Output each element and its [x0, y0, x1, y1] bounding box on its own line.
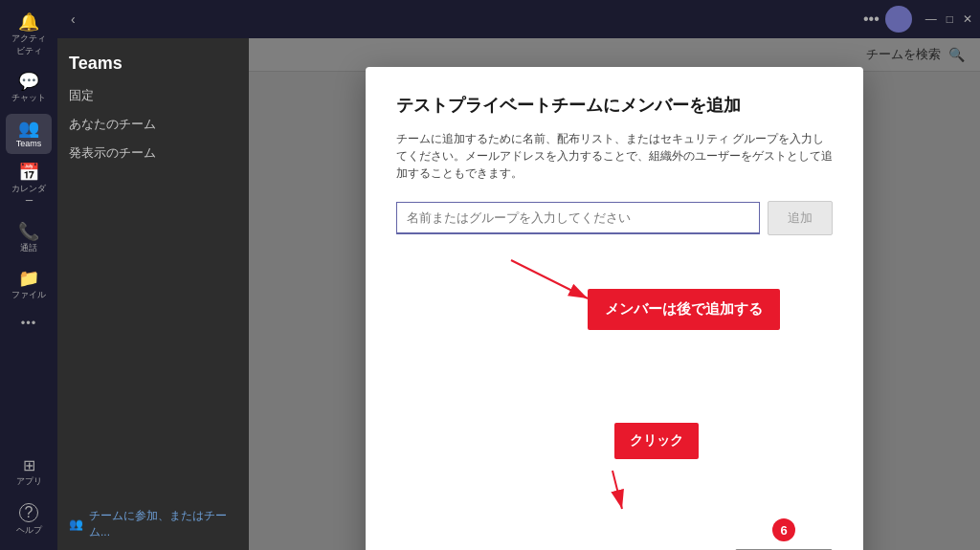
- join-team-icon: 👥: [69, 517, 83, 531]
- help-icon: ?: [19, 503, 38, 522]
- dialog-description: チームに追加するために名前、配布リスト、またはセキュリティ グループを入力してく…: [396, 130, 833, 182]
- teams-icon: 👥: [18, 120, 39, 137]
- teams-section-pinned[interactable]: 固定: [57, 81, 249, 110]
- sidebar-label-help: ヘルプ: [16, 524, 42, 537]
- member-input[interactable]: [396, 202, 760, 234]
- close-button[interactable]: ✕: [963, 12, 972, 26]
- dialog-footer: クリック: [396, 518, 833, 550]
- dialog-input-row: 追加: [396, 201, 833, 235]
- window-controls: — □ ✕: [925, 12, 972, 26]
- sidebar: 🔔 アクティビティ 💬 チャット 👥 Teams 📅 カレンダー 📞 通話 📁 …: [0, 0, 57, 550]
- sidebar-bottom: ⊞ アプリ ? ヘルプ: [6, 452, 52, 542]
- apps-icon: ⊞: [23, 458, 35, 473]
- sidebar-item-teams[interactable]: 👥 Teams: [6, 114, 52, 154]
- sidebar-item-calendar[interactable]: 📅 カレンダー: [6, 158, 52, 213]
- click-arrow-svg: [565, 461, 660, 518]
- sidebar-item-chat[interactable]: 💬 チャット: [6, 67, 52, 110]
- sidebar-label-teams: Teams: [16, 139, 42, 148]
- back-button[interactable]: ‹: [65, 8, 81, 31]
- sidebar-item-apps[interactable]: ⊞ アプリ: [6, 452, 52, 494]
- more-options-button[interactable]: •••: [863, 11, 880, 28]
- activity-icon: 🔔: [18, 13, 39, 31]
- chat-icon: 💬: [18, 73, 39, 90]
- main-area: ‹ ••• — □ ✕ Teams 固定 あなたのチーム 発表示のチーム 👥 チ…: [57, 0, 980, 550]
- sidebar-label-chat: チャット: [11, 92, 46, 104]
- modal-overlay: テストプライベートチームにメンバーを追加 チームに追加するために名前、配布リスト…: [249, 38, 980, 550]
- annotation-area: メンバーは後で追加する: [396, 251, 833, 365]
- step-circle: 6: [772, 518, 795, 541]
- sidebar-label-apps: アプリ: [16, 475, 42, 488]
- sidebar-item-files[interactable]: 📁 ファイル: [6, 264, 52, 307]
- teams-section-yours[interactable]: あなたのチーム: [57, 110, 249, 139]
- sidebar-label-calendar: カレンダー: [10, 183, 48, 208]
- svg-line-3: [612, 471, 622, 509]
- skip-area: 6 スキップ: [735, 518, 833, 550]
- sidebar-label-files: ファイル: [11, 289, 46, 301]
- click-annotation-box: クリック: [614, 423, 699, 459]
- teams-section-suggested[interactable]: 発表示のチーム: [57, 139, 249, 167]
- add-button[interactable]: 追加: [768, 201, 833, 235]
- files-icon: 📁: [18, 270, 39, 287]
- sidebar-label-activity: アクティビティ: [10, 33, 48, 57]
- dialog-title: テストプライベートチームにメンバーを追加: [396, 94, 833, 117]
- content-area: チームを検索 🔍 テストプライベートチームにメンバーを追加 チームに追加するため…: [249, 38, 980, 550]
- teams-panel: Teams 固定 あなたのチーム 発表示のチーム 👥 チームに参加、またはチーム…: [57, 38, 249, 550]
- sidebar-label-calls: 通話: [20, 242, 37, 254]
- calls-icon: 📞: [18, 223, 39, 240]
- minimize-button[interactable]: —: [925, 12, 937, 26]
- teams-panel-header: Teams: [57, 38, 249, 81]
- join-team-link[interactable]: 👥 チームに参加、またはチーム...: [57, 498, 249, 550]
- sidebar-item-more[interactable]: •••: [6, 311, 52, 335]
- add-member-dialog: テストプライベートチームにメンバーを追加 チームに追加するために名前、配布リスト…: [366, 67, 863, 550]
- avatar[interactable]: [885, 6, 912, 33]
- member-annotation-box: メンバーは後で追加する: [588, 289, 780, 330]
- sidebar-item-activity[interactable]: 🔔 アクティビティ: [6, 8, 52, 63]
- sidebar-item-calls[interactable]: 📞 通話: [6, 217, 52, 260]
- topbar: ‹ ••• — □ ✕: [57, 0, 980, 38]
- svg-line-1: [511, 260, 588, 298]
- maximize-button[interactable]: □: [947, 12, 953, 26]
- more-icon: •••: [21, 317, 37, 329]
- calendar-icon: 📅: [18, 164, 39, 181]
- sidebar-item-help[interactable]: ? ヘルプ: [6, 497, 52, 542]
